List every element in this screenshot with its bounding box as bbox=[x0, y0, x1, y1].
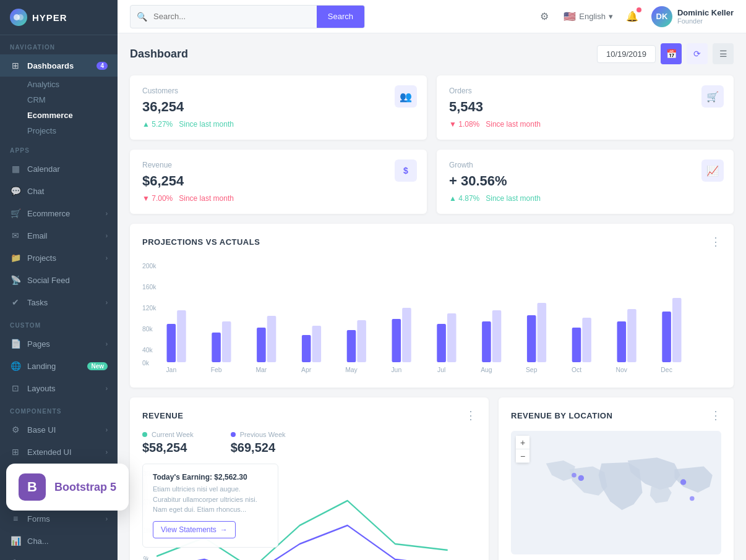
svg-rect-16 bbox=[347, 330, 356, 362]
svg-rect-17 bbox=[357, 320, 366, 362]
nav-section-components: COMPONENTS bbox=[0, 399, 118, 418]
sidebar-item-charts[interactable]: 📊 Cha... bbox=[0, 530, 118, 552]
projections-title: PROJECTIONS VS ACTUALS bbox=[142, 237, 710, 247]
svg-point-59 bbox=[680, 479, 686, 485]
revenue-line-chart-container: Today's Earning: $2,562.30 Etiam ultrici… bbox=[142, 464, 476, 560]
sidebar-item-extended-ui[interactable]: ⊞ Extended UI › bbox=[0, 441, 118, 463]
customers-label: Customers bbox=[142, 87, 414, 95]
user-name: Dominic Keller bbox=[677, 8, 734, 18]
base-ui-icon: ⚙ bbox=[10, 424, 21, 435]
map-zoom-out-button[interactable]: − bbox=[516, 449, 529, 463]
sidebar-label-charts: Cha... bbox=[27, 537, 108, 546]
sidebar-sub-ecommerce[interactable]: Ecommerce bbox=[0, 108, 118, 123]
search-input[interactable] bbox=[153, 7, 317, 26]
sidebar-label-forms: Forms bbox=[27, 514, 106, 524]
svg-text:Jun: Jun bbox=[391, 367, 401, 373]
projections-menu-button[interactable]: ⋮ bbox=[710, 235, 721, 248]
prev-week-value: $69,524 bbox=[231, 441, 286, 455]
svg-text:80k: 80k bbox=[142, 326, 153, 333]
overlay-title: Today's Earning: $2,562.30 bbox=[153, 473, 268, 482]
logo[interactable]: HYPER bbox=[0, 0, 118, 35]
sidebar-label-chat: Chat bbox=[27, 187, 108, 196]
projections-chart-card: PROJECTIONS VS ACTUALS ⋮ 200k 160k 120k … bbox=[130, 224, 734, 388]
svg-rect-19 bbox=[402, 308, 411, 362]
prev-week-stat: Previous Week $69,524 bbox=[231, 431, 286, 455]
growth-label: Growth bbox=[449, 161, 721, 169]
sidebar-label-landing: Landing bbox=[27, 362, 87, 371]
sidebar-label-base-ui: Base UI bbox=[27, 425, 106, 435]
sidebar-item-base-ui[interactable]: ⚙ Base UI › bbox=[0, 418, 118, 441]
topbar-right: ⚙ 🇺🇸 English ▾ 🔔 DK Dominic Keller Found… bbox=[534, 6, 734, 27]
growth-value: + 30.56% bbox=[449, 173, 721, 189]
svg-text:160k: 160k bbox=[142, 284, 156, 291]
view-statements-button[interactable]: View Statements → bbox=[153, 521, 236, 538]
sidebar-item-calendar[interactable]: ▦ Calendar bbox=[0, 158, 118, 180]
revenue-menu-button[interactable]: ⋮ bbox=[465, 409, 476, 422]
prev-week-label: Previous Week bbox=[231, 431, 286, 438]
sidebar-item-projects[interactable]: 📁 Projects › bbox=[0, 247, 118, 269]
sidebar-sub-analytics[interactable]: Analytics bbox=[0, 77, 118, 92]
sidebar-sub-crm[interactable]: CRM bbox=[0, 92, 118, 108]
sidebar-item-layouts[interactable]: ⊡ Layouts › bbox=[0, 377, 118, 399]
revenue-icon: $ bbox=[395, 159, 417, 182]
dashboards-icon: ⊞ bbox=[10, 60, 21, 71]
logo-text: HYPER bbox=[32, 12, 67, 23]
filter-button[interactable]: ☰ bbox=[713, 43, 734, 64]
current-week-dot bbox=[142, 432, 147, 437]
page-header-right: 10/19/2019 📅 ⟳ ☰ bbox=[597, 43, 734, 64]
sidebar-item-ecommerce[interactable]: 🛒 Ecommerce › bbox=[0, 202, 118, 224]
sidebar-label-extended-ui: Extended UI bbox=[27, 448, 106, 457]
bootstrap-popup[interactable]: B Bootstrap 5 bbox=[6, 464, 118, 511]
stat-card-growth: Growth + 30.56% ▲ 4.87% Since last month… bbox=[437, 150, 734, 214]
refresh-button[interactable]: ⟳ bbox=[687, 43, 708, 64]
layouts-arrow-icon: › bbox=[106, 385, 108, 392]
pages-arrow-icon: › bbox=[106, 341, 108, 347]
revenue-location-card: REVENUE BY LOCATION ⋮ + − bbox=[499, 397, 734, 560]
sidebar-item-chat[interactable]: 💬 Chat bbox=[0, 180, 118, 202]
sidebar-sub-projects[interactable]: Projects bbox=[0, 123, 118, 138]
sidebar-item-multi-level[interactable]: 🗺 Multi Level › bbox=[0, 552, 118, 560]
calendar-button[interactable]: 📅 bbox=[661, 43, 682, 64]
sidebar-label-pages: Pages bbox=[27, 339, 106, 349]
settings-icon[interactable]: ⚙ bbox=[534, 6, 555, 27]
search-button[interactable]: Search bbox=[317, 6, 364, 28]
map-zoom-in-button[interactable]: + bbox=[516, 436, 529, 449]
user-info[interactable]: DK Dominic Keller Founder bbox=[651, 6, 734, 27]
svg-text:40k: 40k bbox=[142, 347, 153, 354]
sidebar-item-landing[interactable]: 🌐 Landing New bbox=[0, 355, 118, 377]
sidebar-label-calendar: Calendar bbox=[27, 164, 108, 174]
dashboards-badge: 4 bbox=[96, 62, 108, 70]
svg-point-58 bbox=[572, 473, 577, 478]
svg-text:Apr: Apr bbox=[301, 367, 312, 373]
user-role: Founder bbox=[677, 17, 734, 25]
sidebar-label-layouts: Layouts bbox=[27, 384, 106, 393]
topbar: 🔍 Search ⚙ 🇺🇸 English ▾ 🔔 DK Dominic Kel… bbox=[118, 0, 746, 33]
view-stmt-arrow-icon: → bbox=[220, 525, 228, 534]
svg-rect-31 bbox=[672, 298, 682, 362]
sidebar-item-dashboards[interactable]: ⊞ Dashboards 4 bbox=[0, 54, 118, 77]
notifications-button[interactable]: 🔔 bbox=[622, 6, 643, 27]
sidebar-label-projects: Projects bbox=[27, 253, 106, 263]
nav-section-custom: CUSTOM bbox=[0, 313, 118, 333]
location-menu-button[interactable]: ⋮ bbox=[710, 409, 721, 422]
logo-icon bbox=[10, 9, 27, 26]
sidebar-item-forms[interactable]: ≡ Forms › bbox=[0, 507, 118, 530]
svg-rect-24 bbox=[527, 315, 536, 362]
map-controls: + − bbox=[516, 436, 529, 463]
current-week-stat: Current Week $58,254 bbox=[142, 431, 194, 455]
svg-rect-11 bbox=[222, 321, 231, 362]
language-label: English bbox=[579, 12, 606, 21]
sidebar-item-pages[interactable]: 📄 Pages › bbox=[0, 333, 118, 355]
language-select[interactable]: 🇺🇸 English ▾ bbox=[564, 11, 613, 22]
svg-rect-28 bbox=[617, 321, 627, 362]
sidebar-item-social-feed[interactable]: 📡 Social Feed bbox=[0, 269, 118, 291]
email-arrow-icon: › bbox=[106, 232, 108, 239]
sidebar-item-email[interactable]: ✉ Email › bbox=[0, 224, 118, 247]
svg-text:Aug: Aug bbox=[481, 367, 492, 373]
sidebar-item-tasks[interactable]: ✔ Tasks › bbox=[0, 291, 118, 313]
svg-text:Jan: Jan bbox=[166, 367, 176, 373]
sidebar: HYPER NAVIGATION ⊞ Dashboards 4 Analytic… bbox=[0, 0, 118, 560]
charts-icon: 📊 bbox=[10, 535, 21, 546]
pages-icon: 📄 bbox=[10, 338, 21, 349]
revenue-label: Revenue bbox=[142, 161, 414, 169]
